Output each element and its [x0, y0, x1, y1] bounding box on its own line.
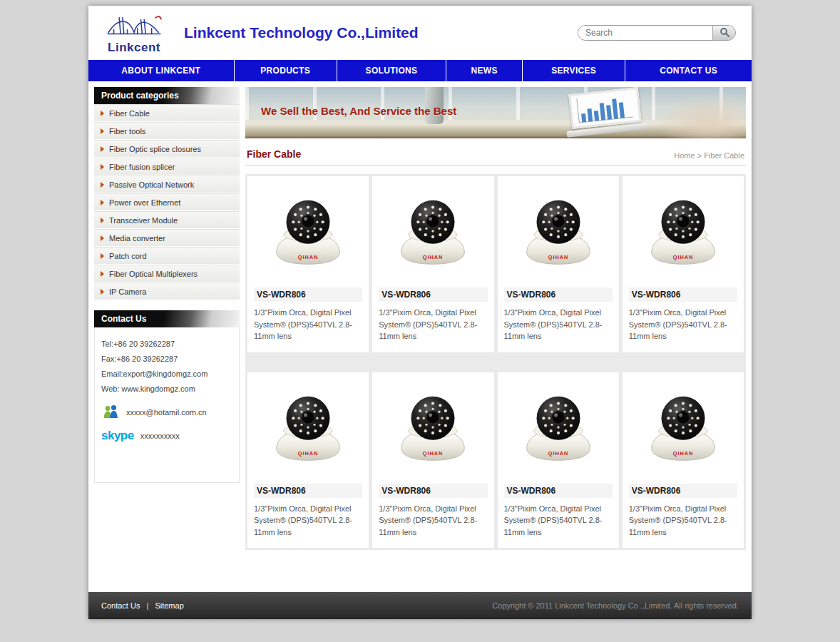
product-name-link[interactable]: VS-WDR806 — [629, 484, 737, 498]
product-description: 1/3"Pixim Orca, Digital Pixel System® (D… — [379, 307, 487, 342]
product-description: 1/3"Pixim Orca, Digital Pixel System® (D… — [629, 307, 737, 342]
nav-item[interactable]: ABOUT LINKCENT — [88, 60, 235, 81]
product-card: QIHAN VS-WDR806 1/3"Pixim Orca, Digital … — [247, 176, 369, 352]
product-grid: QIHAN VS-WDR806 1/3"Pixim Orca, Digital … — [247, 176, 744, 548]
category-item[interactable]: Patch cord — [94, 247, 240, 265]
category-arrow-icon — [101, 218, 104, 223]
camera-brand-text: QIHAN — [298, 254, 319, 260]
nav-item[interactable]: CONTACT US — [625, 60, 752, 81]
product-description: 1/3"Pixim Orca, Digital Pixel System® (D… — [504, 307, 613, 342]
skype-id: xxxxxxxxxx — [140, 432, 180, 440]
product-description: 1/3"Pixim Orca, Digital Pixel System® (D… — [379, 503, 487, 539]
banner-person-decoration — [657, 93, 746, 138]
product-description: 1/3"Pixim Orca, Digital Pixel System® (D… — [254, 503, 362, 539]
search-button[interactable] — [712, 26, 735, 40]
product-categories-header: Product categories — [94, 87, 240, 104]
main-navigation: ABOUT LINKCENT PRODUCTS SOLUTIONS NEWS S… — [88, 60, 752, 81]
nav-item[interactable]: NEWS — [446, 60, 523, 81]
products-section: QIHAN VS-WDR806 1/3"Pixim Orca, Digital … — [245, 174, 746, 550]
banner-slogan: We Sell the Best, And Service the Best — [261, 105, 456, 117]
skype-logo: skype — [101, 429, 134, 443]
nav-item[interactable]: SERVICES — [523, 60, 625, 81]
contact-line: Fax:+86 20 39262287 — [101, 351, 232, 366]
contact-box: Tel:+86 20 39262287 Fax:+86 20 39262287 … — [94, 327, 240, 483]
footer-link-sitemap[interactable]: Sitemap — [155, 601, 183, 610]
category-arrow-icon — [101, 146, 104, 152]
category-item[interactable]: Fiber fusion splicer — [94, 158, 240, 175]
product-image[interactable]: QIHAN — [629, 378, 737, 479]
category-item[interactable]: Power over Ethernet — [94, 193, 240, 211]
category-item[interactable]: IP Camera — [94, 282, 240, 300]
copyright-text: Copyright © 2011 Linkcent Technology Co … — [492, 601, 739, 610]
camera-brand-text: QIHAN — [298, 450, 319, 457]
product-description: 1/3"Pixim Orca, Digital Pixel System® (D… — [629, 503, 737, 539]
company-name: Linkcent Technology Co.,Limited — [184, 24, 419, 41]
hero-banner: We Sell the Best, And Service the Best — [245, 87, 746, 138]
banner-laptop-decoration — [568, 87, 642, 137]
product-card: QIHAN VS-WDR806 1/3"Pixim Orca, Digital … — [247, 372, 369, 549]
camera-brand-text: QIHAN — [423, 450, 444, 457]
contact-line: Web: www.kingdomgz.com — [101, 381, 232, 396]
product-name-link[interactable]: VS-WDR806 — [254, 287, 362, 302]
product-name-link[interactable]: VS-WDR806 — [629, 287, 737, 302]
category-arrow-icon — [101, 111, 104, 116]
search-input[interactable] — [578, 26, 712, 40]
camera-brand-text: QIHAN — [548, 450, 568, 457]
contact-lines: Tel:+86 20 39262287 Fax:+86 20 39262287 … — [101, 336, 232, 396]
product-image[interactable]: QIHAN — [504, 182, 613, 283]
category-label: Fiber tools — [109, 127, 145, 136]
nav-item[interactable]: PRODUCTS — [235, 60, 337, 81]
product-name-link[interactable]: VS-WDR806 — [254, 484, 362, 498]
category-item[interactable]: Fiber Cable — [94, 104, 240, 122]
category-label: Fiber Cable — [109, 109, 150, 118]
product-image[interactable]: QIHAN — [379, 182, 487, 283]
category-label: Passive Optical Network — [109, 180, 194, 189]
breadcrumb-home[interactable]: Home — [674, 151, 695, 160]
category-arrow-icon — [101, 235, 104, 241]
category-label: Media converter — [109, 234, 165, 243]
category-label: IP Camera — [109, 287, 146, 296]
breadcrumb-current: Fiber Cable — [704, 151, 744, 160]
category-item[interactable]: Passive Optical Network — [94, 175, 240, 193]
company-logo[interactable]: Linkcent — [88, 11, 180, 55]
product-name-link[interactable]: VS-WDR806 — [504, 287, 613, 302]
category-item[interactable]: Transceiver Module — [94, 211, 240, 229]
product-image[interactable]: QIHAN — [254, 182, 362, 283]
contact-us-header: Contact Us — [94, 310, 240, 327]
page-title: Fiber Cable — [247, 148, 301, 160]
product-name-link[interactable]: VS-WDR806 — [504, 484, 613, 498]
category-item[interactable]: Fiber tools — [94, 122, 240, 140]
camera-brand-text: QIHAN — [673, 254, 694, 260]
nav-item[interactable]: SOLUTIONS — [337, 60, 446, 81]
category-arrow-icon — [101, 200, 104, 205]
logo-text: Linkcent — [88, 41, 180, 55]
contact-line: Email:export@kingdomgz.com — [101, 366, 232, 381]
category-arrow-icon — [101, 128, 104, 134]
breadcrumb: Home > Fiber Cable — [674, 151, 744, 160]
product-name-link[interactable]: VS-WDR806 — [379, 287, 487, 302]
search-bar — [578, 25, 736, 41]
category-item[interactable]: Media converter — [94, 229, 240, 247]
product-name-link[interactable]: VS-WDR806 — [379, 484, 487, 498]
product-card: QIHAN VS-WDR806 1/3"Pixim Orca, Digital … — [372, 176, 493, 352]
product-image[interactable]: QIHAN — [379, 378, 487, 479]
skype-row: skype xxxxxxxxxx — [101, 429, 232, 443]
breadcrumb-separator: > — [697, 151, 702, 160]
category-arrow-icon — [101, 271, 104, 277]
category-arrow-icon — [101, 164, 104, 170]
product-image[interactable]: QIHAN — [629, 182, 737, 283]
category-item[interactable]: Fiber Optical Multiplexers — [94, 265, 240, 282]
category-list: Fiber Cable Fiber tools Fiber Optic spli… — [94, 104, 240, 300]
page-title-row: Fiber Cable Home > Fiber Cable — [245, 138, 746, 165]
footer-link-separator: | — [146, 601, 148, 610]
category-arrow-icon — [101, 253, 104, 259]
category-item[interactable]: Fiber Optic splice closures — [94, 140, 240, 158]
category-label: Power over Ethernet — [109, 198, 180, 207]
header: Linkcent Linkcent Technology Co.,Limited — [88, 6, 752, 60]
msn-messenger-icon — [101, 403, 120, 422]
product-image[interactable]: QIHAN — [254, 378, 362, 479]
footer-link-contact-us[interactable]: Contact Us — [101, 601, 140, 610]
product-image[interactable]: QIHAN — [504, 378, 613, 479]
camera-brand-text: QIHAN — [423, 254, 444, 260]
category-label: Fiber Optic splice closures — [109, 145, 201, 153]
